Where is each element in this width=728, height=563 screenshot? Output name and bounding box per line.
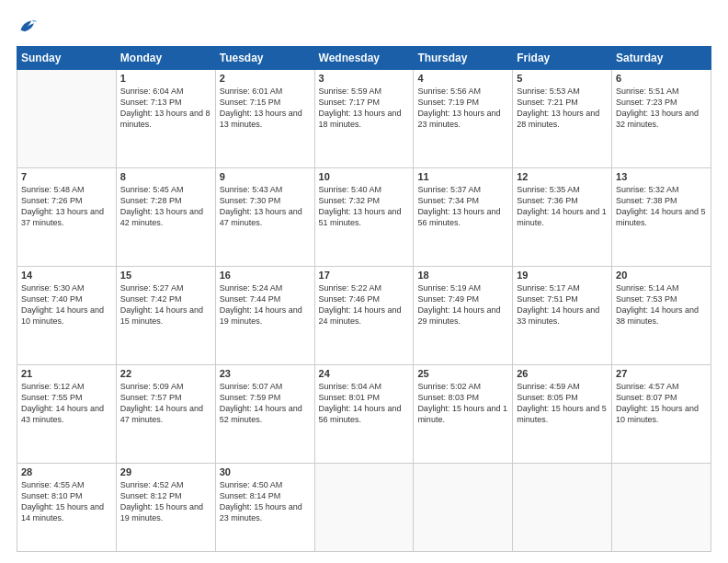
calendar-cell: 11Sunrise: 5:37 AM Sunset: 7:34 PM Dayli… [414,167,513,266]
calendar-cell: 25Sunrise: 5:02 AM Sunset: 8:03 PM Dayli… [414,364,513,463]
day-number: 11 [417,171,508,182]
weekday-header-thursday: Thursday [414,47,513,70]
day-info: Sunrise: 4:55 AM Sunset: 8:10 PM Dayligh… [21,479,112,524]
day-number: 29 [120,466,211,477]
day-number: 14 [21,270,112,281]
week-row-3: 21Sunrise: 5:12 AM Sunset: 7:55 PM Dayli… [17,364,711,463]
day-info: Sunrise: 5:30 AM Sunset: 7:40 PM Dayligh… [21,282,112,327]
day-number: 6 [616,73,707,84]
day-info: Sunrise: 5:24 AM Sunset: 7:44 PM Dayligh… [220,282,311,327]
day-info: Sunrise: 5:02 AM Sunset: 8:03 PM Dayligh… [417,381,508,426]
day-number: 15 [120,270,211,281]
day-number: 10 [319,171,410,182]
day-number: 16 [220,270,311,281]
day-info: Sunrise: 5:12 AM Sunset: 7:55 PM Dayligh… [21,381,112,426]
day-info: Sunrise: 4:50 AM Sunset: 8:14 PM Dayligh… [220,479,311,524]
day-number: 27 [616,368,707,379]
day-info: Sunrise: 5:48 AM Sunset: 7:26 PM Dayligh… [21,184,112,229]
calendar-cell: 3Sunrise: 5:59 AM Sunset: 7:17 PM Daylig… [314,70,414,168]
day-info: Sunrise: 5:59 AM Sunset: 7:17 PM Dayligh… [319,86,410,131]
day-number: 23 [220,368,311,379]
day-number: 2 [220,73,311,84]
week-row-4: 28Sunrise: 4:55 AM Sunset: 8:10 PM Dayli… [17,463,711,551]
weekday-header-sunday: Sunday [17,47,117,70]
day-info: Sunrise: 5:09 AM Sunset: 7:57 PM Dayligh… [120,381,211,426]
day-info: Sunrise: 4:57 AM Sunset: 8:07 PM Dayligh… [616,381,707,426]
calendar-cell [513,463,612,551]
calendar-cell: 4Sunrise: 5:56 AM Sunset: 7:19 PM Daylig… [414,70,513,168]
calendar-cell: 30Sunrise: 4:50 AM Sunset: 8:14 PM Dayli… [215,463,314,551]
calendar-cell: 2Sunrise: 6:01 AM Sunset: 7:15 PM Daylig… [215,70,314,168]
day-info: Sunrise: 6:01 AM Sunset: 7:15 PM Dayligh… [220,86,311,131]
page: SundayMondayTuesdayWednesdayThursdayFrid… [0,0,728,563]
day-number: 19 [517,270,608,281]
calendar-cell: 8Sunrise: 5:45 AM Sunset: 7:28 PM Daylig… [116,167,215,266]
day-info: Sunrise: 5:14 AM Sunset: 7:53 PM Dayligh… [616,282,707,327]
day-number: 1 [120,73,211,84]
day-number: 12 [517,171,608,182]
day-info: Sunrise: 5:04 AM Sunset: 8:01 PM Dayligh… [319,381,410,426]
calendar-cell: 6Sunrise: 5:51 AM Sunset: 7:23 PM Daylig… [612,70,711,168]
week-row-1: 7Sunrise: 5:48 AM Sunset: 7:26 PM Daylig… [17,167,711,266]
week-row-2: 14Sunrise: 5:30 AM Sunset: 7:40 PM Dayli… [17,266,711,364]
calendar-cell: 14Sunrise: 5:30 AM Sunset: 7:40 PM Dayli… [17,266,117,364]
day-info: Sunrise: 5:37 AM Sunset: 7:34 PM Dayligh… [417,184,508,229]
calendar-cell: 7Sunrise: 5:48 AM Sunset: 7:26 PM Daylig… [17,167,117,266]
day-info: Sunrise: 5:19 AM Sunset: 7:49 PM Dayligh… [417,282,508,327]
day-number: 5 [517,73,608,84]
calendar-cell: 29Sunrise: 4:52 AM Sunset: 8:12 PM Dayli… [116,463,215,551]
calendar-cell: 28Sunrise: 4:55 AM Sunset: 8:10 PM Dayli… [17,463,117,551]
weekday-header-row: SundayMondayTuesdayWednesdayThursdayFrid… [17,47,711,70]
calendar-cell [414,463,513,551]
day-number: 22 [120,368,211,379]
calendar-cell [314,463,414,551]
calendar-table: SundayMondayTuesdayWednesdayThursdayFrid… [17,46,711,552]
calendar-cell: 26Sunrise: 4:59 AM Sunset: 8:05 PM Dayli… [513,364,612,463]
logo-bird-icon [17,17,37,37]
day-info: Sunrise: 5:53 AM Sunset: 7:21 PM Dayligh… [517,86,608,131]
calendar-cell: 13Sunrise: 5:32 AM Sunset: 7:38 PM Dayli… [612,167,711,266]
calendar-cell: 22Sunrise: 5:09 AM Sunset: 7:57 PM Dayli… [116,364,215,463]
day-info: Sunrise: 5:43 AM Sunset: 7:30 PM Dayligh… [220,184,311,229]
day-info: Sunrise: 5:35 AM Sunset: 7:36 PM Dayligh… [517,184,608,229]
calendar-cell: 5Sunrise: 5:53 AM Sunset: 7:21 PM Daylig… [513,70,612,168]
day-info: Sunrise: 5:07 AM Sunset: 7:59 PM Dayligh… [220,381,311,426]
calendar-cell: 20Sunrise: 5:14 AM Sunset: 7:53 PM Dayli… [612,266,711,364]
day-number: 4 [417,73,508,84]
calendar-cell [17,70,117,168]
day-info: Sunrise: 5:40 AM Sunset: 7:32 PM Dayligh… [319,184,410,229]
calendar-cell: 15Sunrise: 5:27 AM Sunset: 7:42 PM Dayli… [116,266,215,364]
calendar-cell: 23Sunrise: 5:07 AM Sunset: 7:59 PM Dayli… [215,364,314,463]
calendar-cell: 27Sunrise: 4:57 AM Sunset: 8:07 PM Dayli… [612,364,711,463]
weekday-header-friday: Friday [513,47,612,70]
calendar-cell: 21Sunrise: 5:12 AM Sunset: 7:55 PM Dayli… [17,364,117,463]
day-info: Sunrise: 5:22 AM Sunset: 7:46 PM Dayligh… [319,282,410,327]
calendar-cell: 16Sunrise: 5:24 AM Sunset: 7:44 PM Dayli… [215,266,314,364]
calendar-cell [612,463,711,551]
day-number: 24 [319,368,410,379]
calendar-cell: 17Sunrise: 5:22 AM Sunset: 7:46 PM Dayli… [314,266,414,364]
day-info: Sunrise: 4:52 AM Sunset: 8:12 PM Dayligh… [120,479,211,524]
day-number: 7 [21,171,112,182]
day-number: 28 [21,466,112,477]
calendar-cell: 18Sunrise: 5:19 AM Sunset: 7:49 PM Dayli… [414,266,513,364]
day-info: Sunrise: 5:27 AM Sunset: 7:42 PM Dayligh… [120,282,211,327]
day-number: 30 [220,466,311,477]
day-info: Sunrise: 5:17 AM Sunset: 7:51 PM Dayligh… [517,282,608,327]
calendar-cell: 9Sunrise: 5:43 AM Sunset: 7:30 PM Daylig… [215,167,314,266]
day-info: Sunrise: 5:45 AM Sunset: 7:28 PM Dayligh… [120,184,211,229]
weekday-header-monday: Monday [116,47,215,70]
day-number: 18 [417,270,508,281]
day-info: Sunrise: 5:51 AM Sunset: 7:23 PM Dayligh… [616,86,707,131]
weekday-header-saturday: Saturday [612,47,711,70]
day-number: 9 [220,171,311,182]
day-number: 25 [417,368,508,379]
day-info: Sunrise: 6:04 AM Sunset: 7:13 PM Dayligh… [120,86,211,131]
week-row-0: 1Sunrise: 6:04 AM Sunset: 7:13 PM Daylig… [17,70,711,168]
calendar-cell: 1Sunrise: 6:04 AM Sunset: 7:13 PM Daylig… [116,70,215,168]
day-info: Sunrise: 5:56 AM Sunset: 7:19 PM Dayligh… [417,86,508,131]
logo [17,17,40,37]
day-info: Sunrise: 4:59 AM Sunset: 8:05 PM Dayligh… [517,381,608,426]
calendar-cell: 12Sunrise: 5:35 AM Sunset: 7:36 PM Dayli… [513,167,612,266]
day-number: 21 [21,368,112,379]
